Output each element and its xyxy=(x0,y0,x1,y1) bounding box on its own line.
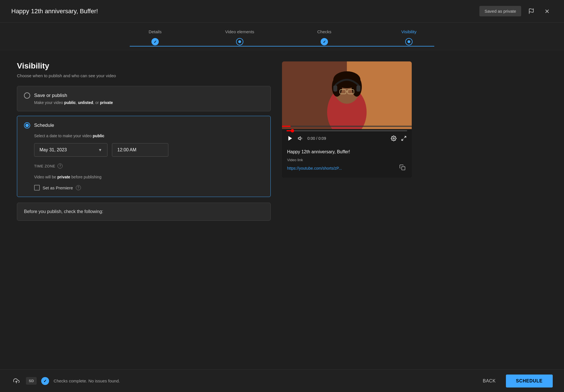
back-button[interactable]: BACK xyxy=(477,376,501,386)
copy-icon xyxy=(399,164,406,170)
progress-track[interactable] xyxy=(287,130,407,131)
right-panel: 0:00 / 0:09 Happy 12th a xyxy=(282,61,412,221)
save-or-publish-card[interactable]: Save or publish Make your video public, … xyxy=(17,86,271,111)
page-title: Happy 12th anniversary, Buffer! xyxy=(11,8,98,15)
close-icon xyxy=(544,8,550,14)
step-visibility-label: Visibility xyxy=(401,29,417,34)
flag-icon xyxy=(528,8,534,14)
volume-button[interactable] xyxy=(297,135,304,142)
premiere-checkbox[interactable] xyxy=(34,185,40,191)
svg-rect-22 xyxy=(402,167,405,170)
left-panel: Visibility Choose when to publish and wh… xyxy=(17,61,271,221)
video-link-label: Video link xyxy=(287,158,407,162)
settings-button[interactable] xyxy=(390,135,397,142)
timezone-label: TIME ZONE xyxy=(34,164,55,168)
header: Happy 12th anniversary, Buffer! Saved as… xyxy=(0,0,564,23)
saved-badge: Saved as private xyxy=(479,6,521,16)
play-icon xyxy=(287,135,293,141)
fullscreen-button[interactable] xyxy=(400,135,407,142)
svg-point-19 xyxy=(393,138,395,139)
time-value: 12:00 AM xyxy=(117,147,136,152)
video-progress-bar[interactable] xyxy=(282,129,412,132)
schedule-content: Select a date to make your video public … xyxy=(34,134,264,191)
video-info: Happy 12th anniversary, Buffer! Video li… xyxy=(282,145,412,178)
svg-rect-14 xyxy=(356,85,360,92)
timezone-row: TIME ZONE ? xyxy=(34,163,264,169)
schedule-desc: Select a date to make your video public xyxy=(34,134,264,138)
svg-rect-15 xyxy=(282,126,412,127)
time-separator: / xyxy=(316,136,318,141)
svg-marker-18 xyxy=(298,137,301,140)
step-video-elements-dot xyxy=(236,38,243,45)
footer: SD ✓ Checks complete. No issues found. B… xyxy=(0,369,564,392)
step-details[interactable]: Details ✓ xyxy=(113,29,197,45)
video-link-row: https://youtube.com/shorts/zP... xyxy=(287,163,407,173)
video-time: 0:00 / 0:09 xyxy=(307,136,326,141)
before-publish-card: Before you publish, check the following: xyxy=(17,203,271,221)
step-visibility-dot xyxy=(405,38,413,45)
step-visibility[interactable]: Visibility xyxy=(367,29,451,45)
step-checks-label: Checks xyxy=(317,29,331,34)
video-preview: 0:00 / 0:09 Happy 12th a xyxy=(282,61,412,178)
private-note: Video will be private before publishing xyxy=(34,175,264,179)
premiere-label: Set as Premiere xyxy=(43,185,73,190)
checks-complete-icon: ✓ xyxy=(41,377,49,385)
premiere-row: Set as Premiere ? xyxy=(34,185,264,191)
save-or-publish-radio[interactable] xyxy=(24,92,30,99)
upload-icon xyxy=(13,378,19,384)
progress-dot xyxy=(291,129,294,132)
timezone-help-icon[interactable]: ? xyxy=(58,163,63,169)
schedule-button[interactable]: SCHEDULE xyxy=(506,375,553,387)
visibility-subtitle: Choose when to publish and who can see y… xyxy=(17,73,271,78)
step-details-dot: ✓ xyxy=(151,38,159,45)
flag-icon-button[interactable] xyxy=(526,6,537,17)
save-or-publish-desc: Make your video public, unlisted, or pri… xyxy=(34,100,264,105)
video-person-image xyxy=(282,61,412,129)
premiere-help-icon[interactable]: ? xyxy=(76,185,81,190)
visibility-title: Visibility xyxy=(17,61,271,70)
save-or-publish-title: Save or publish xyxy=(34,93,67,98)
schedule-radio[interactable] xyxy=(24,122,30,129)
step-video-elements[interactable]: Video elements xyxy=(197,29,282,45)
video-link-url[interactable]: https://youtube.com/shorts/zP... xyxy=(287,166,395,170)
chevron-down-icon: ▼ xyxy=(98,148,102,152)
svg-line-21 xyxy=(402,139,404,141)
settings-icon xyxy=(391,136,396,141)
schedule-card[interactable]: Schedule Select a date to make your vide… xyxy=(17,116,271,197)
step-details-label: Details xyxy=(149,29,162,34)
svg-marker-17 xyxy=(288,136,292,141)
close-button[interactable] xyxy=(541,6,553,17)
volume-icon xyxy=(298,136,303,141)
sd-badge: SD xyxy=(26,377,37,385)
video-controls: 0:00 / 0:09 xyxy=(282,132,412,145)
before-publish-title: Before you publish, check the following: xyxy=(24,209,103,214)
step-checks[interactable]: Checks ✓ xyxy=(282,29,367,45)
stepper-track xyxy=(130,46,434,46)
svg-rect-16 xyxy=(282,126,290,127)
time-current: 0:00 xyxy=(307,136,315,141)
date-picker[interactable]: May 31, 2023 ▼ xyxy=(34,143,107,157)
step-video-elements-label: Video elements xyxy=(225,29,254,34)
date-value: May 31, 2023 xyxy=(39,147,67,152)
time-picker[interactable]: 12:00 AM xyxy=(112,143,168,157)
video-info-title: Happy 12th anniversary, Buffer! xyxy=(287,149,407,154)
fullscreen-icon xyxy=(401,136,407,141)
upload-icon-button[interactable] xyxy=(11,376,21,386)
header-actions: Saved as private xyxy=(479,6,553,17)
svg-rect-13 xyxy=(333,85,337,92)
time-total: 0:09 xyxy=(318,136,326,141)
footer-status: Checks complete. No issues found. xyxy=(54,378,473,383)
main-content: Visibility Choose when to publish and wh… xyxy=(0,50,564,221)
play-button[interactable] xyxy=(287,135,294,142)
step-checks-dot: ✓ xyxy=(321,38,328,45)
stepper: Details ✓ Video elements Checks ✓ Visibi… xyxy=(0,23,564,50)
video-thumbnail xyxy=(282,61,412,129)
svg-line-20 xyxy=(404,136,406,138)
date-time-row: May 31, 2023 ▼ 12:00 AM xyxy=(34,143,264,157)
schedule-title: Schedule xyxy=(34,123,54,128)
copy-link-button[interactable] xyxy=(398,163,407,173)
